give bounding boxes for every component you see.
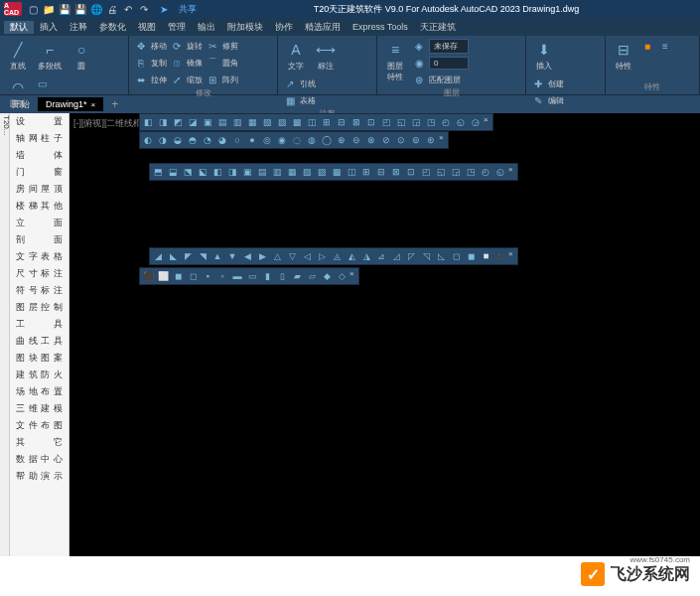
close-icon[interactable]: × [350,269,357,283]
fillet-icon[interactable]: ⌒ [205,55,220,71]
tool-icon[interactable]: ◇ [335,269,349,283]
sidebar-item-wall[interactable]: 墙 体 [10,147,69,164]
tool-icon[interactable]: ◮ [359,249,373,263]
tool-icon[interactable]: ▦ [245,115,259,129]
tool-icon[interactable]: ▽ [285,249,299,263]
sidebar-item-curve[interactable]: 曲线工具 [10,333,69,350]
tab-drawing1[interactable]: Drawing1* × [38,97,103,111]
sidebar-item-settings[interactable]: 设 置 [10,113,69,130]
drawing-canvas[interactable]: [-][俯视][二维线框] ◧◨◩◪▣▤▥▦▧▨▩◫⊞⊟⊠⊡◰◱◲◳◴◵◶× ◐… [70,113,700,556]
layer-state-icon[interactable]: ◈ [411,38,427,54]
sidebar-item-elevation[interactable]: 立 面 [10,215,69,231]
close-icon[interactable]: × [484,115,491,129]
layer-state-dropdown[interactable]: 未保存 [429,39,469,54]
viewport-label[interactable]: [-][俯视][二维线框] [73,117,145,130]
tool-icon[interactable]: ◱ [394,115,408,129]
saveas-icon[interactable]: 💾 [73,2,87,16]
tool-icon[interactable]: ◌ [290,133,304,147]
tool-icon[interactable]: ◩ [171,115,185,129]
polyline-tool[interactable]: ⌐ 多段线 [34,38,66,74]
floating-toolbar-1[interactable]: ◧◨◩◪▣▤▥▦▧▨▩◫⊞⊟⊠⊡◰◱◲◳◴◵◶× [139,113,493,131]
tool-icon[interactable]: ◯ [320,133,334,147]
redo-icon[interactable]: ↷ [137,2,151,16]
menu-parametric[interactable]: 参数化 [93,21,132,34]
sidebar-item-axis[interactable]: 轴网柱子 [10,130,69,147]
tool-icon[interactable]: ◿ [389,249,403,263]
tool-icon[interactable]: ▥ [270,165,284,179]
tool-icon[interactable]: ◼ [171,269,185,283]
tool-icon[interactable]: ◫ [305,115,319,129]
sidebar-item-data[interactable]: 数据中心 [10,451,69,468]
menu-view[interactable]: 视图 [132,21,162,34]
tool-icon[interactable]: ◱ [434,165,448,179]
menu-output[interactable]: 输出 [192,21,221,34]
tool-icon[interactable]: ⊛ [424,133,438,147]
tool-icon[interactable]: ▶ [255,249,269,263]
plot-icon[interactable]: 🖨 [105,2,119,16]
tool-icon[interactable]: ◣ [166,249,180,263]
tool-icon[interactable]: ◫ [345,165,358,179]
mirror-icon[interactable]: ⎅ [169,55,185,71]
tool-icon[interactable]: ▧ [300,165,314,179]
tool-icon[interactable]: ⊟ [374,165,388,179]
line-tool[interactable]: ╱ 直线 [4,38,32,74]
tool-icon[interactable]: ◵ [493,165,507,179]
dim-tool[interactable]: ⟷ 标注 [312,38,340,74]
undo-icon[interactable]: ↶ [121,2,135,16]
tool-icon[interactable]: ◬ [330,249,344,263]
tool-icon[interactable]: ◎ [260,133,274,147]
layer-dropdown[interactable]: 0 [429,57,469,70]
sidebar-item-layer[interactable]: 图层控制 [10,299,69,316]
sidebar-item-other[interactable]: 其 它 [10,434,69,451]
tool-icon[interactable]: ◴ [479,165,492,179]
leader-icon[interactable]: ↗ [282,75,298,91]
tool-icon[interactable]: ◽ [479,249,492,263]
tool-icon[interactable]: ⊙ [394,133,408,147]
sidebar-item-site[interactable]: 场地布置 [10,383,69,400]
sidebar-item-help[interactable]: 帮助演示 [10,468,69,485]
tool-icon[interactable]: ⬛ [141,269,155,283]
tool-icon[interactable]: ⊿ [374,249,388,263]
trim-icon[interactable]: ✂ [205,38,220,54]
sidebar-tab[interactable]: T20... [0,113,10,556]
tool-icon[interactable]: ◳ [464,165,478,179]
tool-icon[interactable]: ◭ [345,249,358,263]
tool-icon[interactable]: ⊡ [364,115,378,129]
close-icon[interactable]: × [508,249,516,263]
tool-icon[interactable]: ◧ [141,115,155,129]
tool-icon[interactable]: ⬓ [166,165,180,179]
floating-toolbar-2[interactable]: ◐◑◒◓◔◕○●◎◉◌◍◯⊕⊖⊗⊘⊙⊚⊛× [139,131,449,149]
sidebar-item-3d[interactable]: 三维建模 [10,400,69,417]
web-icon[interactable]: 🌐 [89,2,103,16]
tool-icon[interactable]: ⬕ [196,165,210,179]
save-icon[interactable]: 💾 [58,2,71,16]
send-icon[interactable]: ➤ [157,2,171,16]
tool-icon[interactable]: ◍ [305,133,319,147]
array-icon[interactable]: ⊞ [205,72,220,87]
tool-icon[interactable]: ◆ [320,269,334,283]
tool-icon[interactable]: ▫ [215,269,229,283]
menu-tianzheng[interactable]: 天正建筑 [414,21,462,34]
sidebar-item-dim[interactable]: 尺寸标注 [10,265,69,282]
tool-icon[interactable]: ◪ [186,115,200,129]
tool-icon[interactable]: ◻ [186,269,200,283]
create-icon[interactable]: ✚ [530,75,546,91]
menu-insert[interactable]: 插入 [34,21,64,34]
tool-icon[interactable]: ▷ [315,249,329,263]
tool-icon[interactable]: ⊠ [389,165,403,179]
share-button[interactable]: 共享 [179,3,197,16]
close-icon[interactable]: × [508,165,516,179]
floating-toolbar-4[interactable]: ◢◣◤◥▲▼◀▶△▽◁▷◬◭◮⊿◿◸◹◺◻◼◽◾× [149,247,518,265]
menu-annotate[interactable]: 注释 [64,21,93,34]
tool-icon[interactable]: ▭ [245,269,259,283]
menu-express[interactable]: Express Tools [347,22,414,32]
text-tool[interactable]: A 文字 [282,38,310,74]
tool-icon[interactable]: ▤ [215,115,229,129]
sidebar-item-fire[interactable]: 建筑防火 [10,367,69,383]
tool-icon[interactable]: ⊗ [364,133,378,147]
sidebar-item-door[interactable]: 门 窗 [10,164,69,181]
tool-icon[interactable]: ◨ [225,165,239,179]
table-icon[interactable]: ▦ [282,92,298,108]
sidebar-item-room[interactable]: 房间屋顶 [10,181,69,198]
tool-icon[interactable]: ◀ [240,249,254,263]
